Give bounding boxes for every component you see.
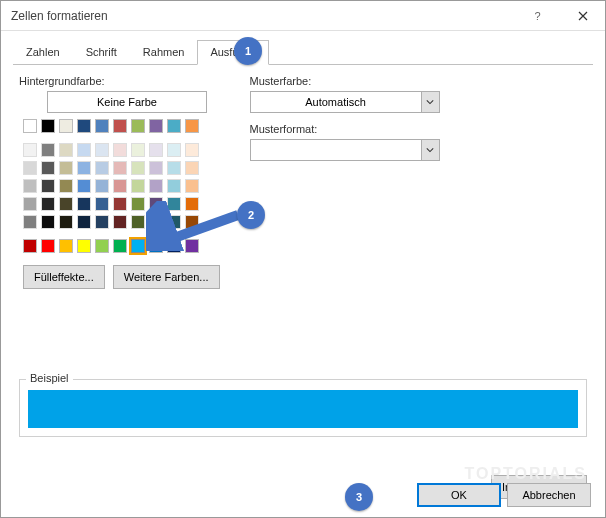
close-icon xyxy=(578,11,588,21)
color-swatch[interactable] xyxy=(113,179,127,193)
color-swatch[interactable] xyxy=(185,179,199,193)
color-swatch[interactable] xyxy=(113,197,127,211)
tab-bar: Zahlen Schrift Rahmen Ausfüllen xyxy=(13,39,593,65)
color-swatch[interactable] xyxy=(113,143,127,157)
no-color-button[interactable]: Keine Farbe xyxy=(47,91,207,113)
color-swatch[interactable] xyxy=(23,215,37,229)
close-button[interactable] xyxy=(560,1,605,31)
color-swatch[interactable] xyxy=(95,119,109,133)
pattern-color-label: Musterfarbe: xyxy=(250,75,588,87)
annotation-marker-1: 1 xyxy=(234,37,262,65)
dialog-title: Zellen formatieren xyxy=(11,9,515,23)
color-swatch[interactable] xyxy=(167,161,181,175)
color-swatch[interactable] xyxy=(95,143,109,157)
ok-button[interactable]: OK xyxy=(417,483,501,507)
annotation-arrow xyxy=(146,201,246,253)
color-swatch[interactable] xyxy=(113,119,127,133)
color-swatch[interactable] xyxy=(77,143,91,157)
color-swatch[interactable] xyxy=(23,179,37,193)
tab-rahmen[interactable]: Rahmen xyxy=(130,40,198,65)
bgcolor-label: Hintergrundfarbe: xyxy=(19,75,220,87)
chevron-down-icon xyxy=(426,98,434,106)
color-swatch[interactable] xyxy=(131,119,145,133)
pattern-color-combo[interactable]: Automatisch xyxy=(250,91,440,113)
color-swatch[interactable] xyxy=(23,197,37,211)
annotation-marker-2: 2 xyxy=(237,201,265,229)
color-swatch[interactable] xyxy=(77,161,91,175)
color-swatch[interactable] xyxy=(95,197,109,211)
color-swatch[interactable] xyxy=(41,197,55,211)
color-swatch[interactable] xyxy=(113,239,127,253)
color-swatch[interactable] xyxy=(95,179,109,193)
color-swatch[interactable] xyxy=(41,239,55,253)
example-legend: Beispiel xyxy=(26,372,73,384)
more-colors-label: Weitere Farben... xyxy=(124,271,209,283)
color-swatch[interactable] xyxy=(149,119,163,133)
help-button[interactable]: ? xyxy=(515,1,560,31)
pattern-format-combo[interactable] xyxy=(250,139,440,161)
color-swatch[interactable] xyxy=(185,143,199,157)
svg-line-0 xyxy=(160,215,238,243)
pattern-format-dropdown[interactable] xyxy=(421,140,439,160)
no-color-label: Keine Farbe xyxy=(97,96,157,108)
color-swatch[interactable] xyxy=(41,179,55,193)
pattern-format-label: Musterformat: xyxy=(250,123,588,135)
color-swatch[interactable] xyxy=(23,119,37,133)
example-preview xyxy=(28,390,578,428)
color-swatch[interactable] xyxy=(41,215,55,229)
color-swatch[interactable] xyxy=(59,197,73,211)
chevron-down-icon xyxy=(426,146,434,154)
color-swatch[interactable] xyxy=(167,143,181,157)
color-swatch[interactable] xyxy=(167,119,181,133)
ok-label: OK xyxy=(451,489,467,501)
color-swatch[interactable] xyxy=(77,197,91,211)
color-swatch[interactable] xyxy=(95,239,109,253)
color-swatch[interactable] xyxy=(59,119,73,133)
color-swatch[interactable] xyxy=(131,161,145,175)
color-swatch[interactable] xyxy=(185,161,199,175)
color-swatch[interactable] xyxy=(41,119,55,133)
color-swatch[interactable] xyxy=(131,239,145,253)
color-swatch[interactable] xyxy=(149,161,163,175)
color-swatch[interactable] xyxy=(149,143,163,157)
color-swatch[interactable] xyxy=(59,215,73,229)
example-fieldset: Beispiel xyxy=(19,379,587,437)
color-swatch[interactable] xyxy=(149,179,163,193)
tab-zahlen[interactable]: Zahlen xyxy=(13,40,73,65)
color-swatch[interactable] xyxy=(59,143,73,157)
color-swatch[interactable] xyxy=(23,239,37,253)
color-swatch[interactable] xyxy=(131,197,145,211)
color-swatch[interactable] xyxy=(113,215,127,229)
tab-schrift[interactable]: Schrift xyxy=(73,40,130,65)
annotation-marker-3: 3 xyxy=(345,483,373,511)
color-swatch[interactable] xyxy=(41,161,55,175)
color-swatch[interactable] xyxy=(95,215,109,229)
more-colors-button[interactable]: Weitere Farben... xyxy=(113,265,220,289)
color-swatch[interactable] xyxy=(131,215,145,229)
color-swatch[interactable] xyxy=(95,161,109,175)
fill-effects-button[interactable]: Fülleffekte... xyxy=(23,265,105,289)
format-cells-dialog: Zellen formatieren ? Zahlen Schrift Rahm… xyxy=(0,0,606,518)
color-swatch[interactable] xyxy=(77,179,91,193)
color-swatch[interactable] xyxy=(59,179,73,193)
pattern-color-dropdown[interactable] xyxy=(421,92,439,112)
color-swatch[interactable] xyxy=(59,239,73,253)
color-swatch[interactable] xyxy=(77,215,91,229)
color-swatch[interactable] xyxy=(23,143,37,157)
cancel-label: Abbrechen xyxy=(522,489,575,501)
fill-effects-label: Fülleffekte... xyxy=(34,271,94,283)
color-swatch[interactable] xyxy=(59,161,73,175)
cancel-button[interactable]: Abbrechen xyxy=(507,483,591,507)
color-swatch[interactable] xyxy=(77,239,91,253)
color-swatch[interactable] xyxy=(23,161,37,175)
color-swatch[interactable] xyxy=(131,143,145,157)
pattern-color-value: Automatisch xyxy=(251,96,421,108)
color-swatch[interactable] xyxy=(77,119,91,133)
color-swatch[interactable] xyxy=(41,143,55,157)
color-swatch[interactable] xyxy=(185,119,199,133)
color-swatch[interactable] xyxy=(131,179,145,193)
color-swatch[interactable] xyxy=(167,179,181,193)
color-swatch[interactable] xyxy=(113,161,127,175)
titlebar: Zellen formatieren ? xyxy=(1,1,605,31)
